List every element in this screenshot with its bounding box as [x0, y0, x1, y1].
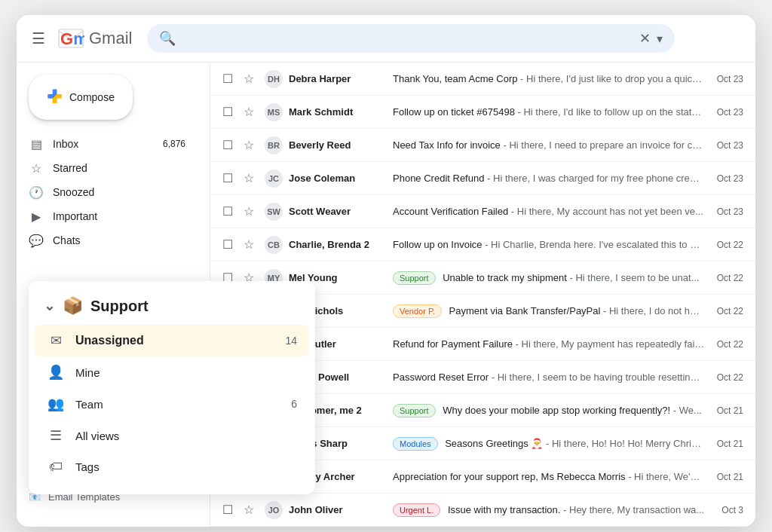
email-row[interactable]: ☐ ☆ JO John Oliver Urgent L. Issue with …: [210, 494, 755, 527]
email-preview: - Hi there, I'd just like to drop you a …: [520, 73, 705, 84]
svg-text:Gmail: Gmail: [60, 29, 84, 48]
sidebar-item-inbox[interactable]: ▤ Inbox 6,876: [17, 132, 198, 156]
search-dropdown-icon[interactable]: ▾: [657, 32, 663, 46]
compose-plus-icon: ✚: [47, 87, 62, 108]
email-date: Oct 22: [717, 240, 743, 250]
email-date: Oct 21: [717, 405, 743, 416]
inbox-count: 6,876: [163, 139, 185, 149]
avatar-initials: SW: [265, 203, 283, 221]
email-star[interactable]: ☆: [244, 138, 259, 152]
email-preview: - Hi there, I'd like to follow up on the…: [518, 106, 705, 118]
email-body: Follow up on ticket #675498 - Hi there, …: [393, 106, 705, 118]
avatar-initials: CB: [265, 236, 283, 254]
email-row[interactable]: ☐ ☆ SW Scott Weaver Account Verification…: [210, 195, 755, 228]
email-star[interactable]: ☆: [244, 204, 259, 219]
email-date: Oct 22: [717, 339, 743, 350]
email-body: Support Unable to track my shipment - Hi…: [393, 271, 705, 285]
email-date: Oct 23: [717, 140, 743, 151]
email-checkbox[interactable]: ☐: [222, 503, 237, 517]
email-sender: Beverly Reed: [289, 139, 387, 151]
gmail-logo: Gmail Gmail: [57, 25, 132, 52]
email-checkbox[interactable]: ☐: [222, 237, 237, 252]
sidebar-item-important[interactable]: ▶ Important: [17, 204, 198, 228]
support-item-team[interactable]: 👥 Team 6: [29, 388, 315, 420]
email-subject: Issue with my transaction.: [448, 504, 561, 515]
email-row[interactable]: ☐ ☆ JC Jose Coleman Phone Credit Refund …: [210, 162, 755, 195]
support-item-unassigned[interactable]: ✉ Unassigned 14: [35, 325, 309, 356]
starred-icon: ☆: [29, 161, 44, 176]
unassigned-label: Unassigned: [75, 334, 274, 347]
email-star[interactable]: ☆: [244, 105, 259, 119]
all-views-icon: ☰: [47, 427, 65, 444]
email-preview: - Hi there, I seem to be unat...: [570, 272, 700, 283]
email-subject: Why does your mobile app stop working fr…: [443, 405, 670, 416]
sidebar-item-snoozed[interactable]: 🕐 Snoozed: [17, 180, 198, 204]
avatar-initials: JC: [265, 170, 283, 188]
email-star[interactable]: ☆: [244, 503, 259, 517]
email-subject: Seasons Greetings 🎅: [445, 438, 543, 449]
email-sender: Charlie, Brenda 2: [289, 239, 387, 250]
email-star[interactable]: ☆: [244, 72, 259, 86]
team-count: 6: [291, 398, 297, 410]
email-preview: - Hi there, Ho! Ho! Ho! Merry Christ...: [546, 438, 705, 449]
email-star[interactable]: ☆: [244, 237, 259, 252]
email-body: Account Verification Failed - Hi there, …: [393, 206, 705, 217]
tags-label: Tags: [75, 460, 286, 473]
support-panel-icon: 📦: [63, 296, 83, 316]
email-avatar: JC: [265, 170, 283, 188]
support-item-mine[interactable]: 👤 Mine: [29, 356, 315, 388]
support-item-tags[interactable]: 🏷 Tags: [29, 451, 315, 482]
mine-label: Mine: [75, 366, 286, 379]
email-subject: Appreciation for your support rep, Ms Re…: [393, 471, 626, 482]
email-sender: Debra Harper: [289, 73, 387, 84]
email-date: Oct 23: [717, 74, 743, 84]
email-checkbox[interactable]: ☐: [222, 138, 237, 152]
hamburger-icon[interactable]: ☰: [29, 26, 48, 50]
snoozed-icon: 🕐: [29, 185, 44, 200]
email-subject: Refund for Payment Failure: [393, 338, 513, 350]
email-preview: - We...: [673, 405, 702, 416]
support-chevron-icon[interactable]: ⌄: [44, 298, 55, 314]
search-clear-icon[interactable]: ✕: [639, 30, 651, 47]
email-sender: Mark Schmidt: [289, 106, 387, 118]
email-checkbox[interactable]: ☐: [222, 171, 237, 185]
sidebar-item-starred[interactable]: ☆ Starred: [17, 156, 198, 180]
email-checkbox[interactable]: ☐: [222, 72, 237, 86]
chats-icon: 💬: [29, 234, 44, 248]
tags-icon: 🏷: [47, 459, 65, 475]
email-body: Phone Credit Refund - Hi there, I was ch…: [393, 173, 705, 184]
compose-label: Compose: [69, 91, 115, 103]
all-views-label: All views: [75, 430, 286, 442]
email-subject: Need Tax Info for invoice: [393, 139, 501, 151]
support-panel-title: Support: [90, 298, 149, 315]
team-icon: 👥: [47, 396, 65, 412]
email-date: Oct 22: [717, 372, 743, 383]
email-row[interactable]: ☐ ☆ MS Mark Schmidt Follow up on ticket …: [210, 96, 755, 129]
email-avatar: BR: [265, 136, 283, 154]
email-body: Refund for Payment Failure - Hi there, M…: [393, 338, 705, 350]
email-date: Oct 23: [717, 107, 743, 118]
email-checkbox[interactable]: ☐: [222, 204, 237, 219]
team-label: Team: [75, 398, 280, 411]
email-preview: - Hi there, My account has not yet been …: [511, 206, 703, 217]
search-input[interactable]: [182, 32, 633, 45]
support-item-all-views[interactable]: ☰ All views: [29, 420, 315, 451]
email-date: Oct 23: [717, 173, 743, 184]
email-subject: Account Verification Failed: [393, 206, 508, 217]
email-row[interactable]: ☐ ☆ DH Debra Harper Thank You, team Acme…: [210, 63, 755, 96]
main-content: ✚ Compose ▤ Inbox 6,876 ☆ Starred 🕐 Snoo…: [17, 63, 755, 527]
email-star[interactable]: ☆: [244, 171, 259, 185]
email-subject: Unable to track my shipment: [443, 272, 567, 283]
chats-label: Chats: [53, 234, 185, 246]
avatar-initials: JO: [265, 501, 283, 519]
email-checkbox[interactable]: ☐: [222, 105, 237, 119]
compose-button[interactable]: ✚ Compose: [29, 75, 133, 120]
email-row[interactable]: ☐ ☆ BR Beverly Reed Need Tax Info for in…: [210, 129, 755, 162]
header: ☰ Gmail Gmail 🔍 ✕ ▾: [17, 15, 755, 63]
email-avatar: CB: [265, 236, 283, 254]
email-row[interactable]: ☐ ☆ CB Charlie, Brenda 2 Follow up on In…: [210, 228, 755, 261]
sidebar: ✚ Compose ▤ Inbox 6,876 ☆ Starred 🕐 Snoo…: [17, 63, 210, 527]
sidebar-item-chats[interactable]: 💬 Chats: [17, 228, 198, 252]
email-sender: Scott Weaver: [289, 206, 387, 217]
email-subject: Phone Credit Refund: [393, 173, 484, 184]
